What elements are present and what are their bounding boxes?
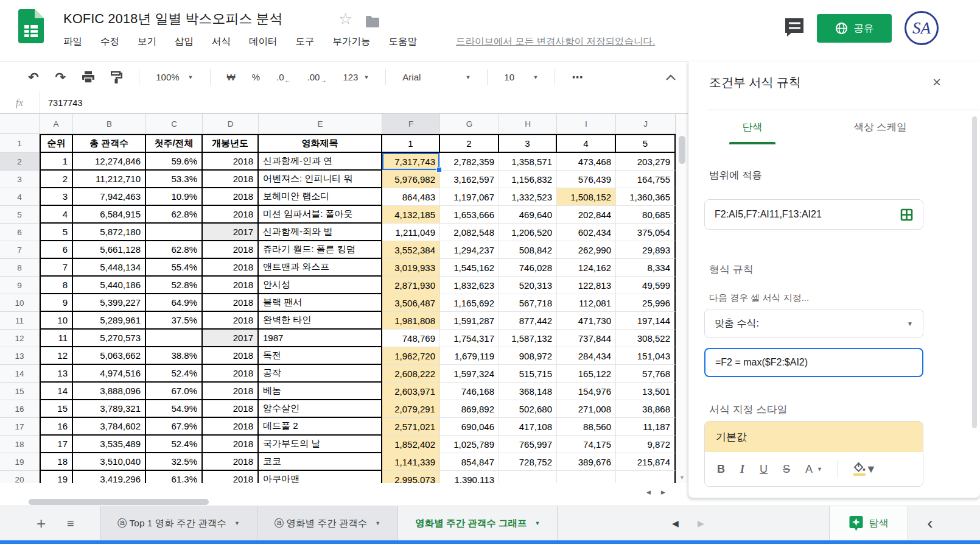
cell-C2[interactable]: 59.6% — [146, 153, 203, 171]
cell-D12[interactable]: 2017 — [203, 330, 259, 347]
cell-I6[interactable]: 602,434 — [557, 224, 616, 241]
row-header-19[interactable]: 19 — [0, 453, 40, 471]
cell-G15[interactable]: 746,168 — [440, 383, 499, 400]
cell-C6[interactable] — [146, 224, 203, 241]
cell-F14[interactable]: 2,608,222 — [382, 365, 440, 383]
cell-G9[interactable]: 1,832,623 — [440, 277, 499, 294]
cell-G2[interactable]: 2,782,359 — [440, 153, 499, 171]
cell-B3[interactable]: 11,212,710 — [73, 171, 146, 188]
cell-H6[interactable]: 1,206,520 — [499, 224, 557, 241]
decrease-decimal-button[interactable]: .0← — [276, 72, 291, 82]
cell-I20[interactable] — [557, 471, 616, 483]
number-format-button[interactable]: 123▼ — [343, 72, 369, 82]
cell-G18[interactable]: 1,025,789 — [440, 436, 499, 453]
column-header-F[interactable]: F — [382, 114, 440, 134]
cell-G4[interactable]: 1,197,067 — [440, 188, 499, 206]
sheet-tab-3[interactable]: 영화별 주간 관객수 그래프▼ — [398, 506, 558, 540]
cell-I12[interactable]: 737,844 — [557, 330, 616, 347]
menu-item[interactable]: 보기 — [138, 35, 156, 48]
select-range-icon[interactable] — [900, 208, 913, 221]
cell-B6[interactable]: 5,872,180 — [73, 224, 146, 241]
row-header-5[interactable]: 5 — [0, 206, 40, 224]
cell-D4[interactable]: 2018 — [203, 188, 259, 206]
row-header-9[interactable]: 9 — [0, 277, 40, 294]
cell-B18[interactable]: 3,535,489 — [73, 436, 146, 453]
cell-G19[interactable]: 854,847 — [440, 453, 499, 471]
cell-J20[interactable] — [616, 471, 676, 483]
cell-E17[interactable]: 데드풀 2 — [259, 418, 382, 436]
cell-D8[interactable]: 2018 — [203, 259, 259, 277]
cell-F5[interactable]: 4,132,185 — [382, 206, 440, 224]
cell-I2[interactable]: 473,468 — [557, 153, 616, 171]
row-header-8[interactable]: 8 — [0, 259, 40, 277]
cell-B15[interactable]: 3,888,096 — [73, 383, 146, 400]
column-header-A[interactable]: A — [40, 114, 73, 134]
cell-D19[interactable]: 2018 — [203, 453, 259, 471]
menu-item[interactable]: 부가기능 — [333, 35, 371, 48]
cell-E3[interactable]: 어벤져스: 인피니티 워 — [259, 171, 382, 188]
cell-F17[interactable]: 2,571,021 — [382, 418, 440, 436]
print-button[interactable] — [82, 71, 94, 83]
row-header-4[interactable]: 4 — [0, 188, 40, 206]
cell-D3[interactable]: 2018 — [203, 171, 259, 188]
save-status-link[interactable]: 드라이브에서 모든 변경사항이 저장되었습니다. — [456, 35, 655, 48]
cell-B10[interactable]: 5,399,227 — [73, 294, 146, 312]
font-size-select[interactable]: 10▼ — [504, 72, 538, 82]
cell-J8[interactable]: 8,334 — [616, 259, 676, 277]
menu-item[interactable]: 도구 — [296, 35, 315, 48]
italic-button[interactable]: I — [740, 463, 744, 476]
row-header-3[interactable]: 3 — [0, 171, 40, 188]
cell-F4[interactable]: 864,483 — [382, 188, 440, 206]
cell-B7[interactable]: 5,661,128 — [73, 241, 146, 259]
cell-A9[interactable]: 8 — [40, 277, 73, 294]
cell-I1[interactable]: 4 — [557, 134, 616, 153]
cell-I5[interactable]: 202,844 — [557, 206, 616, 224]
cell-A8[interactable]: 7 — [40, 259, 73, 277]
row-header-16[interactable]: 16 — [0, 400, 40, 418]
cell-C11[interactable]: 37.5% — [146, 312, 203, 330]
cell-J18[interactable]: 9,872 — [616, 436, 676, 453]
cell-A12[interactable]: 11 — [40, 330, 73, 347]
cell-C3[interactable]: 53.3% — [146, 171, 203, 188]
cell-J7[interactable]: 29,893 — [616, 241, 676, 259]
scroll-right-icon[interactable]: ▶ — [661, 489, 665, 495]
cell-I13[interactable]: 284,434 — [557, 347, 616, 365]
cell-I4[interactable]: 1,508,152 — [557, 188, 616, 206]
menu-item[interactable]: 삽입 — [175, 35, 194, 48]
cell-J1[interactable]: 5 — [616, 134, 676, 153]
cell-I3[interactable]: 576,439 — [557, 171, 616, 188]
cell-E19[interactable]: 코코 — [259, 453, 382, 471]
cell-C10[interactable]: 64.9% — [146, 294, 203, 312]
cell-H14[interactable]: 515,715 — [499, 365, 557, 383]
share-button[interactable]: 공유 — [817, 14, 892, 43]
cell-F15[interactable]: 2,603,971 — [382, 383, 440, 400]
cell-I19[interactable]: 389,676 — [557, 453, 616, 471]
row-header-14[interactable]: 14 — [0, 365, 40, 383]
cell-H13[interactable]: 908,972 — [499, 347, 557, 365]
cell-G1[interactable]: 2 — [440, 134, 499, 153]
cell-A14[interactable]: 13 — [40, 365, 73, 383]
cell-B2[interactable]: 12,274,846 — [73, 153, 146, 171]
cell-I9[interactable]: 122,813 — [557, 277, 616, 294]
cell-F11[interactable]: 1,981,808 — [382, 312, 440, 330]
cell-I11[interactable]: 471,730 — [557, 312, 616, 330]
cell-B17[interactable]: 3,784,602 — [73, 418, 146, 436]
chevron-down-icon[interactable]: ▼ — [535, 520, 541, 526]
cell-A19[interactable]: 18 — [40, 453, 73, 471]
cell-F6[interactable]: 1,211,049 — [382, 224, 440, 241]
row-header-17[interactable]: 17 — [0, 418, 40, 436]
cell-A1[interactable]: 순위 — [40, 134, 73, 153]
row-header-18[interactable]: 18 — [0, 436, 40, 453]
cell-F7[interactable]: 3,552,384 — [382, 241, 440, 259]
cell-G7[interactable]: 1,294,237 — [440, 241, 499, 259]
cell-G16[interactable]: 869,892 — [440, 400, 499, 418]
cell-J17[interactable]: 11,187 — [616, 418, 676, 436]
cell-E11[interactable]: 완벽한 타인 — [259, 312, 382, 330]
panel-tab-single-color[interactable]: 단색 — [688, 110, 816, 144]
underline-button[interactable]: U — [760, 463, 768, 476]
cell-B8[interactable]: 5,448,134 — [73, 259, 146, 277]
cell-C19[interactable]: 32.5% — [146, 453, 203, 471]
cell-J11[interactable]: 197,144 — [616, 312, 676, 330]
cell-G20[interactable]: 1,390,113 — [440, 471, 499, 483]
cell-I15[interactable]: 154,976 — [557, 383, 616, 400]
